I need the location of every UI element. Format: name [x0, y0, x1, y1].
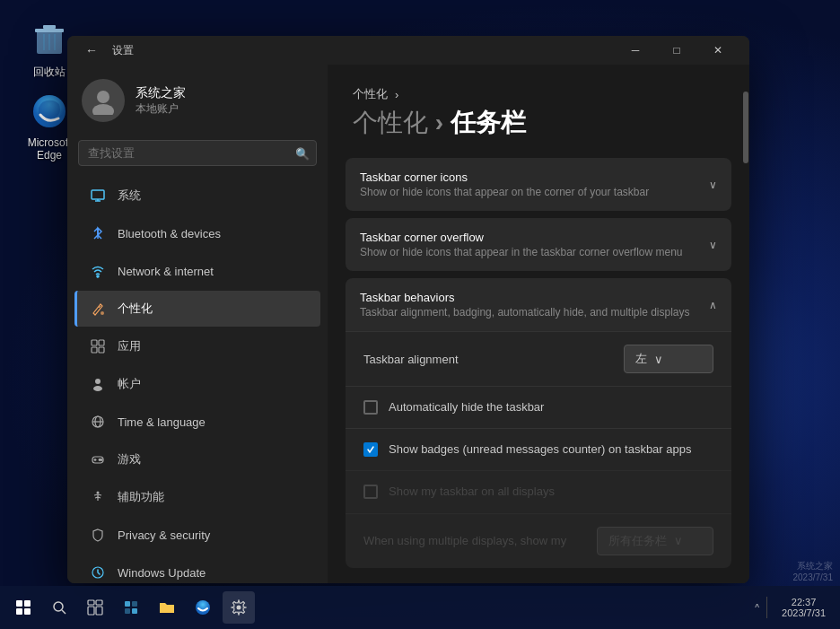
page-title-text: 任务栏: [451, 109, 526, 136]
taskbar-behaviors-body: Taskbar alignment 左 ∨ Automatically hide…: [346, 331, 731, 568]
system-tray: ^ 22:37 2023/7/31: [755, 597, 833, 618]
bluetooth-icon: [89, 224, 107, 242]
taskbar-time-value: 22:37: [792, 597, 817, 607]
user-profile[interactable]: 系统之家 本地账户: [67, 65, 328, 140]
taskbar-alignment-label: Taskbar alignment: [363, 353, 459, 366]
svg-point-47: [237, 606, 241, 610]
taskbar-corner-icons-subtitle: Show or hide icons that appear on the co…: [360, 186, 649, 198]
sidebar-item-network[interactable]: Network & internet: [74, 253, 320, 289]
window-body: 系统之家 本地账户 🔍 系统: [67, 65, 749, 583]
multi-display-dropdown[interactable]: 所有任务栏 ∨: [597, 527, 713, 555]
user-info: 系统之家 本地账户: [136, 85, 186, 117]
back-button[interactable]: ←: [78, 39, 105, 61]
tray-expand[interactable]: ^: [755, 603, 759, 613]
taskbar-settings-button[interactable]: [223, 591, 255, 624]
avatar: [82, 79, 125, 122]
search-icon[interactable]: 🔍: [295, 146, 310, 160]
sidebar-item-accounts[interactable]: 帐户: [74, 366, 320, 402]
globe-icon: [89, 413, 107, 431]
sidebar-item-accounts-label: 帐户: [118, 376, 141, 392]
window-title: 设置: [112, 43, 134, 58]
svg-rect-17: [92, 347, 97, 353]
taskbar-behaviors-header[interactable]: Taskbar behaviors Taskbar alignment, bad…: [346, 278, 731, 331]
taskbar-alignment-dropdown[interactable]: 左 ∨: [624, 345, 713, 373]
maximize-button[interactable]: □: [656, 36, 697, 65]
sidebar-item-bluetooth-label: Bluetooth & devices: [118, 227, 221, 240]
svg-rect-18: [99, 347, 104, 353]
sidebar-item-windows-update-label: Windows Update: [118, 566, 206, 580]
recycle-bin-label: 回收站: [33, 65, 66, 80]
search-input[interactable]: [78, 140, 317, 166]
taskbar: ^ 22:37 2023/7/31: [0, 586, 840, 629]
sidebar-item-time[interactable]: Time & language: [74, 404, 320, 440]
taskbar-corner-icons-header[interactable]: Taskbar corner icons Show or hide icons …: [346, 158, 731, 211]
svg-point-29: [97, 492, 100, 494]
taskbar-corner-overflow-header[interactable]: Taskbar corner overflow Show or hide ico…: [346, 218, 731, 271]
main-content: 个性化 › 个性化 › 任务栏 Taskbar corner icons: [328, 65, 749, 583]
taskbar-edge-button[interactable]: [187, 591, 219, 624]
sidebar-item-bluetooth[interactable]: Bluetooth & devices: [74, 215, 320, 251]
sidebar-item-system[interactable]: 系统: [74, 178, 320, 214]
taskbar-corner-icons-chevron: ∨: [709, 179, 717, 191]
taskbar-corner-overflow-subtitle: Show or hide icons that appear in the ta…: [360, 246, 683, 258]
svg-rect-44: [132, 608, 137, 614]
taskbar-corner-icons-section: Taskbar corner icons Show or hide icons …: [346, 158, 731, 211]
taskbar-search-button[interactable]: [43, 591, 75, 624]
auto-hide-label: Automatically hide the taskbar: [389, 399, 544, 415]
taskbar-alignment-value: 左: [635, 351, 647, 367]
user-name: 系统之家: [136, 85, 186, 101]
taskbar-alignment-chevron-icon: ∨: [654, 353, 663, 366]
main-header: 个性化 › 个性化 › 任务栏: [328, 65, 749, 158]
close-button[interactable]: ✕: [697, 36, 739, 65]
sidebar-item-apps[interactable]: 应用: [74, 328, 320, 364]
tray-divider: [766, 597, 767, 618]
svg-rect-1: [35, 29, 64, 32]
gamepad-icon: [89, 450, 107, 468]
sidebar-item-windows-update[interactable]: Windows Update: [74, 555, 320, 583]
show-badges-row: Show badges (unread messages counter) on…: [346, 428, 731, 470]
taskbar-widgets-button[interactable]: [115, 591, 147, 624]
svg-rect-2: [43, 25, 56, 29]
svg-rect-9: [92, 190, 104, 199]
svg-rect-37: [88, 600, 94, 605]
taskbar-corner-overflow-title: Taskbar corner overflow: [360, 231, 683, 244]
taskbar-all-displays-checkbox[interactable]: [363, 485, 378, 499]
sidebar-item-personalization[interactable]: 个性化: [74, 291, 320, 327]
sidebar-item-accessibility[interactable]: 辅助功能: [74, 479, 320, 515]
page-title: 个性化 › 任务栏: [353, 106, 724, 140]
desktop: 回收站 Microsoft Edge ← 设置: [0, 0, 840, 629]
sidebar-item-gaming-label: 游戏: [118, 451, 141, 467]
svg-point-19: [95, 379, 101, 384]
show-badges-checkbox[interactable]: [363, 442, 378, 457]
window-controls: ─ □ ✕: [615, 36, 739, 65]
svg-point-13: [97, 275, 99, 277]
taskbar-behaviors-chevron: ∧: [709, 299, 717, 311]
breadcrumb-separator: ›: [395, 88, 398, 101]
scrollbar-track[interactable]: [742, 65, 749, 583]
multi-display-value: 所有任务栏: [608, 533, 667, 549]
svg-rect-41: [125, 601, 130, 607]
svg-rect-43: [125, 608, 130, 614]
sidebar-item-privacy-label: Privacy & security: [118, 529, 210, 542]
sidebar-item-gaming[interactable]: 游戏: [74, 441, 320, 477]
svg-point-35: [54, 602, 63, 611]
taskbar-file-explorer-button[interactable]: [151, 591, 183, 624]
sidebar-item-system-label: 系统: [118, 188, 141, 204]
taskbar-alignment-row: Taskbar alignment 左 ∨: [346, 331, 731, 386]
minimize-button[interactable]: ─: [615, 36, 656, 65]
start-button[interactable]: [7, 591, 39, 624]
scrollbar-thumb[interactable]: [743, 92, 748, 163]
svg-rect-15: [92, 340, 97, 345]
sidebar-item-network-label: Network & internet: [118, 265, 214, 278]
taskbar-clock[interactable]: 22:37 2023/7/31: [774, 597, 833, 618]
taskbar-taskview-button[interactable]: [79, 591, 111, 624]
taskbar-corner-overflow-section: Taskbar corner overflow Show or hide ico…: [346, 218, 731, 271]
taskbar-behaviors-section: Taskbar behaviors Taskbar alignment, bad…: [346, 278, 731, 568]
edge-image: [28, 90, 71, 133]
auto-hide-checkbox[interactable]: [363, 400, 378, 415]
sidebar-item-accessibility-label: 辅助功能: [118, 489, 164, 505]
svg-point-7: [97, 91, 109, 103]
sidebar-item-privacy[interactable]: Privacy & security: [74, 517, 320, 553]
breadcrumb-title-prefix: 个性化: [353, 109, 428, 136]
taskbar-date-value: 2023/7/31: [782, 607, 826, 618]
